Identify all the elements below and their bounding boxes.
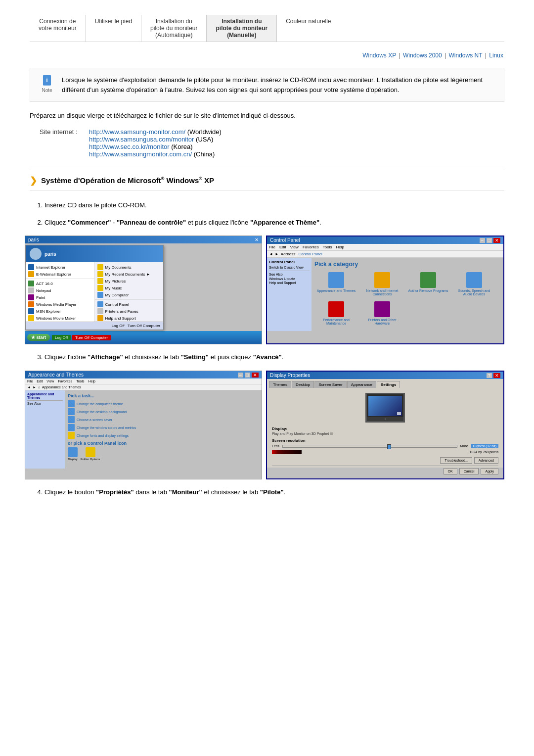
link-win2000[interactable]: Windows 2000 xyxy=(403,52,442,59)
cp-cat-addremove[interactable]: Add or Remove Programs xyxy=(406,271,450,297)
step-2-text: Cliquez "Commencer" - "Panneau de contrô… xyxy=(44,219,321,226)
cp-minimize-icon[interactable]: – xyxy=(480,238,485,243)
appear-view[interactable]: View xyxy=(46,379,54,383)
cp-cat-printers[interactable]: Printers and Other Hardware xyxy=(360,300,404,327)
appear-task-5[interactable]: Change fonts and display settings xyxy=(68,432,259,439)
appear-task-3[interactable]: Choose a screen saver xyxy=(68,416,259,423)
disp-resolution-slider[interactable] xyxy=(282,445,457,448)
disp-color-dropdown[interactable]: Highest (32 bit) xyxy=(471,444,498,448)
menu-item-act[interactable]: ACT 16.0 xyxy=(26,280,94,287)
cp-cat-performance[interactable]: Performance and Maintenance xyxy=(314,300,358,327)
menu-item-wmp[interactable]: Windows Media Player xyxy=(26,301,94,308)
appear-task-2[interactable]: Change the desktop background xyxy=(68,408,259,415)
cp-help-support[interactable]: Help and Support xyxy=(269,281,310,284)
appear-task-5-label: Change fonts and display settings xyxy=(77,434,129,437)
menu-item-wmm[interactable]: Windows Movie Maker xyxy=(26,315,94,322)
cp-cat-network[interactable]: Network and Internet Connections xyxy=(360,271,404,297)
menu-mypics[interactable]: My Pictures xyxy=(95,278,164,284)
tab-couleur[interactable]: Couleur naturelle xyxy=(277,15,340,42)
cp-tools-menu[interactable]: Tools xyxy=(323,245,332,249)
tab-installation-auto[interactable]: Installation dupilote du moniteur(Automa… xyxy=(141,15,207,42)
link-linux[interactable]: Linux xyxy=(489,52,503,59)
cp-file-menu[interactable]: File xyxy=(269,245,275,249)
cp-back-icon[interactable]: ◄ xyxy=(269,252,273,256)
menu-recent-label: My Recent Documents ► xyxy=(105,272,150,277)
cp-view-menu[interactable]: View xyxy=(290,245,299,249)
menu-help[interactable]: Help and Support xyxy=(95,315,164,322)
menu-printers[interactable]: Printers and Faxes xyxy=(95,308,164,315)
appear-close-icon[interactable]: ✕ xyxy=(252,373,259,378)
tab-connexion[interactable]: Connexion devotre moniteur xyxy=(30,15,86,42)
cp-close-icon[interactable]: ✕ xyxy=(493,238,500,243)
footer-turnoff[interactable]: Turn Off Computer xyxy=(128,324,160,328)
cp-cat-sounds-label: Sounds, Speech and Audio Devices xyxy=(454,289,494,296)
disp-tab-appearance[interactable]: Appearance xyxy=(347,381,376,388)
cp-help-menu[interactable]: Help xyxy=(336,245,344,249)
disp-tab-desktop[interactable]: Desktop xyxy=(292,381,314,388)
menu-item-notepad[interactable]: Notepad xyxy=(26,287,94,294)
cp-cat-appearance[interactable]: Appearance and Themes xyxy=(314,271,358,297)
menu-mycomp[interactable]: My Computer xyxy=(95,291,164,298)
appear-task-4[interactable]: Change the window colors and metrics xyxy=(68,424,259,431)
cp-cat-sounds[interactable]: Sounds, Speech and Audio Devices xyxy=(452,271,496,297)
appear-task-1[interactable]: Change the computer's theme xyxy=(68,400,259,407)
cp-forward-icon[interactable]: ► xyxy=(275,252,279,256)
menu-recent[interactable]: My Recent Documents ► xyxy=(95,271,164,278)
appear-edit[interactable]: Edit xyxy=(37,379,43,383)
menu-mydocs[interactable]: My Documents xyxy=(95,264,164,271)
appear-file[interactable]: File xyxy=(27,379,33,383)
cp-switch-classic[interactable]: Switch to Classic View xyxy=(269,266,310,269)
menu-item-ie[interactable]: Internet Explorer xyxy=(26,264,94,271)
screenshot-row-1: paris ✕ paris Internet Explorer xyxy=(25,236,504,344)
appear-min-icon[interactable]: – xyxy=(238,373,243,378)
disp-close-icon[interactable]: ✕ xyxy=(493,373,500,378)
link-usa[interactable]: http://www.samsungusa.com/monitor xyxy=(89,136,194,143)
step-2-bold1: "Commencer" xyxy=(68,219,111,226)
menu-item-msn-label: MSN Explorer xyxy=(36,309,61,314)
appear-favorites[interactable]: Favorites xyxy=(58,379,72,383)
footer-logoff[interactable]: Log Off xyxy=(112,324,125,328)
tab-utiliser[interactable]: Utiliser le pied xyxy=(86,15,141,42)
appear-forward-icon[interactable]: ► xyxy=(33,385,36,389)
link-winnt[interactable]: Windows NT xyxy=(449,52,483,59)
disp-tab-themes[interactable]: Themes xyxy=(269,381,291,388)
menu-item-email[interactable]: E-Webmail Explorer xyxy=(26,271,94,278)
disp-tab-screensaver[interactable]: Screen Saver xyxy=(314,381,346,388)
disp-troubleshoot-btn[interactable]: Troubleshoot... xyxy=(440,457,472,464)
cp-windows-update[interactable]: Windows Update xyxy=(269,277,310,281)
site-link-china: http://www.samsungmonitor.com.cn/ (China… xyxy=(89,150,222,158)
menu-item-msn[interactable]: MSN Explorer xyxy=(26,308,94,315)
disp-tab-settings[interactable]: Settings xyxy=(377,381,400,388)
link-winxp[interactable]: Windows XP xyxy=(362,52,396,59)
startmenu-close-icon: ✕ xyxy=(255,237,259,242)
appear-back-icon[interactable]: ◄ xyxy=(27,385,31,389)
appear-help[interactable]: Help xyxy=(89,379,95,383)
appear-cp-display[interactable]: Display xyxy=(68,447,78,461)
cp-maximize-icon[interactable]: □ xyxy=(487,238,492,243)
disp-advanced-btn[interactable]: Advanced xyxy=(474,457,498,464)
cp-favorites-menu[interactable]: Favorites xyxy=(303,245,319,249)
link-korea[interactable]: http://www.sec.co.kr/monitor xyxy=(89,143,170,150)
cp-edit-menu[interactable]: Edit xyxy=(279,245,286,249)
menu-mymusic[interactable]: My Music xyxy=(95,284,164,291)
start-button[interactable]: ★ start xyxy=(27,334,50,341)
taskbar-turnoff[interactable]: Turn Off Computer xyxy=(72,335,111,340)
appear-tools[interactable]: Tools xyxy=(76,379,84,383)
disp-ok-btn[interactable]: OK xyxy=(444,468,457,474)
taskbar-log-off[interactable]: Log Off xyxy=(52,335,71,340)
menu-cp[interactable]: Control Panel xyxy=(95,301,164,308)
disp-resolution-label: Screen resolution xyxy=(272,438,498,443)
cp-see-also: See Also xyxy=(269,273,310,276)
tab-installation-manuel[interactable]: Installation dupilote du moniteur(Manuel… xyxy=(207,15,277,42)
appear-cp-folder[interactable]: Folder Options xyxy=(81,447,100,461)
disp-apply-btn[interactable]: Apply xyxy=(481,468,498,474)
appear-home-icon[interactable]: ⌂ xyxy=(38,385,40,389)
disp-title: Display Properties xyxy=(270,373,310,378)
appear-max-icon[interactable]: □ xyxy=(245,373,250,378)
link-china[interactable]: http://www.samsungmonitor.com.cn/ xyxy=(89,150,192,158)
menu-item-paint[interactable]: Paint xyxy=(26,294,94,301)
disp-help-icon[interactable]: ? xyxy=(487,373,492,378)
link-worldwide[interactable]: http://www.samsung-monitor.com/ xyxy=(89,128,185,136)
disp-cancel-btn[interactable]: Cancel xyxy=(459,468,479,474)
sep1: | xyxy=(399,52,402,59)
